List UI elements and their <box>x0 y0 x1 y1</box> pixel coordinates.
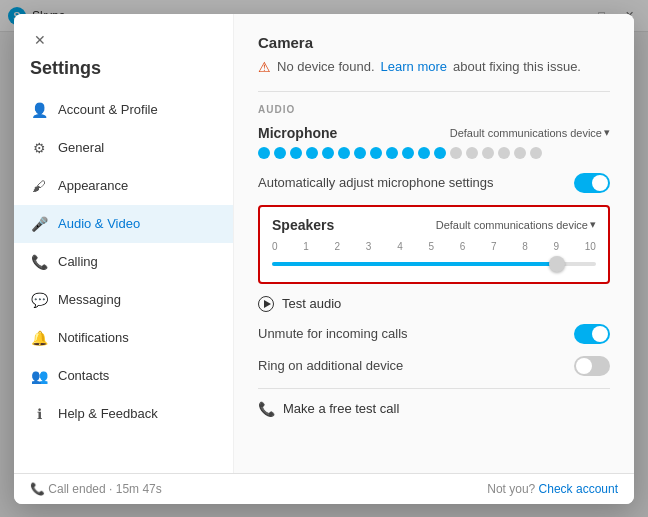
microphone-device-select[interactable]: Default communications device ▾ <box>450 126 610 139</box>
bottom-right: Not you? Check account <box>487 482 618 496</box>
mic-dot-1 <box>258 147 270 159</box>
mic-dot-15 <box>482 147 494 159</box>
learn-more-link[interactable]: Learn more <box>381 59 447 74</box>
unmute-label: Unmute for incoming calls <box>258 326 408 341</box>
no-device-text: No device found. <box>277 59 375 74</box>
microphone-label: Microphone <box>258 125 337 141</box>
check-account-link[interactable]: Check account <box>539 482 618 496</box>
settings-sidebar: ✕ Settings 👤 Account & Profile ⚙ General… <box>14 14 234 473</box>
sidebar-item-label-general: General <box>58 140 104 155</box>
volume-track <box>272 262 596 266</box>
divider-2 <box>258 388 610 389</box>
call-ended-text: 📞 Call ended · 15m 47s <box>30 482 162 496</box>
sidebar-item-label-contacts: Contacts <box>58 368 109 383</box>
mic-dot-3 <box>290 147 302 159</box>
microphone-chevron-icon: ▾ <box>604 126 610 139</box>
volume-slider-container[interactable] <box>272 256 596 272</box>
mic-dot-6 <box>338 147 350 159</box>
play-triangle <box>264 300 271 308</box>
speakers-label: Speakers <box>272 217 334 233</box>
modal-overlay: ✕ Settings 👤 Account & Profile ⚙ General… <box>0 0 648 517</box>
microphone-dots <box>258 147 610 159</box>
sidebar-item-label-messaging: Messaging <box>58 292 121 307</box>
mic-dot-17 <box>514 147 526 159</box>
account-icon: 👤 <box>30 101 48 119</box>
sidebar-item-label-calling: Calling <box>58 254 98 269</box>
sidebar-item-audio-video[interactable]: 🎤 Audio & Video <box>14 205 233 243</box>
mic-dot-13 <box>450 147 462 159</box>
audio-section-label: AUDIO <box>258 104 610 115</box>
speakers-device-name: Default communications device <box>436 219 588 231</box>
camera-title: Camera <box>258 34 610 51</box>
sidebar-item-label-audio-video: Audio & Video <box>58 216 140 231</box>
free-call-row[interactable]: 📞 Make a free test call <box>258 401 610 417</box>
volume-thumb[interactable] <box>549 256 565 272</box>
sidebar-item-label-account: Account & Profile <box>58 102 158 117</box>
general-icon: ⚙ <box>30 139 48 157</box>
free-call-label: Make a free test call <box>283 401 399 416</box>
settings-content: Camera ⚠ No device found. Learn more abo… <box>234 14 634 473</box>
sidebar-item-account[interactable]: 👤 Account & Profile <box>14 91 233 129</box>
microphone-device-name: Default communications device <box>450 127 602 139</box>
microphone-header: Microphone Default communications device… <box>258 125 610 141</box>
mic-dot-5 <box>322 147 334 159</box>
settings-dialog: ✕ Settings 👤 Account & Profile ⚙ General… <box>14 14 634 504</box>
sidebar-item-general[interactable]: ⚙ General <box>14 129 233 167</box>
messaging-icon: 💬 <box>30 291 48 309</box>
close-row: ✕ <box>14 30 233 58</box>
mic-dot-2 <box>274 147 286 159</box>
appearance-icon: 🖌 <box>30 177 48 195</box>
auto-adjust-toggle[interactable] <box>574 173 610 193</box>
volume-fill <box>272 262 557 266</box>
mic-dot-12 <box>434 147 446 159</box>
no-device-suffix: about fixing this issue. <box>453 59 581 74</box>
mic-dot-16 <box>498 147 510 159</box>
dialog-body: ✕ Settings 👤 Account & Profile ⚙ General… <box>14 14 634 473</box>
unmute-row: Unmute for incoming calls <box>258 324 610 344</box>
mic-dot-18 <box>530 147 542 159</box>
microphone-section: Microphone Default communications device… <box>258 125 610 159</box>
auto-adjust-row: Automatically adjust microphone settings <box>258 173 610 193</box>
test-audio-label: Test audio <box>282 296 341 311</box>
speakers-header: Speakers Default communications device ▾ <box>272 217 596 233</box>
bottom-left: 📞 Call ended · 15m 47s <box>30 482 162 496</box>
sidebar-item-appearance[interactable]: 🖌 Appearance <box>14 167 233 205</box>
mic-dot-8 <box>370 147 382 159</box>
dialog-bottom-bar: 📞 Call ended · 15m 47s Not you? Check ac… <box>14 473 634 504</box>
not-you-text: Not you? <box>487 482 535 496</box>
ring-additional-toggle[interactable] <box>574 356 610 376</box>
phone-icon: 📞 <box>258 401 275 417</box>
speakers-chevron-icon: ▾ <box>590 218 596 231</box>
speakers-device-select[interactable]: Default communications device ▾ <box>436 218 596 231</box>
warning-icon: ⚠ <box>258 59 271 75</box>
sidebar-item-label-appearance: Appearance <box>58 178 128 193</box>
mic-dot-7 <box>354 147 366 159</box>
sidebar-item-calling[interactable]: 📞 Calling <box>14 243 233 281</box>
test-audio-row[interactable]: Test audio <box>258 296 610 312</box>
calling-icon: 📞 <box>30 253 48 271</box>
camera-section: Camera ⚠ No device found. Learn more abo… <box>258 34 610 75</box>
mic-dot-10 <box>402 147 414 159</box>
mic-dot-4 <box>306 147 318 159</box>
notifications-icon: 🔔 <box>30 329 48 347</box>
sidebar-item-help[interactable]: ℹ Help & Feedback <box>14 395 233 433</box>
close-settings-button[interactable]: ✕ <box>30 30 50 50</box>
sidebar-item-label-help: Help & Feedback <box>58 406 158 421</box>
no-device-row: ⚠ No device found. Learn more about fixi… <box>258 59 610 75</box>
sidebar-item-contacts[interactable]: 👥 Contacts <box>14 357 233 395</box>
sidebar-item-messaging[interactable]: 💬 Messaging <box>14 281 233 319</box>
mic-dot-11 <box>418 147 430 159</box>
ring-additional-row: Ring on additional device <box>258 356 610 376</box>
contacts-icon: 👥 <box>30 367 48 385</box>
sidebar-item-label-notifications: Notifications <box>58 330 129 345</box>
ring-additional-label: Ring on additional device <box>258 358 403 373</box>
audio-video-icon: 🎤 <box>30 215 48 233</box>
sidebar-item-notifications[interactable]: 🔔 Notifications <box>14 319 233 357</box>
volume-numbers: 0 1 2 3 4 5 6 7 8 9 10 <box>272 241 596 252</box>
unmute-toggle[interactable] <box>574 324 610 344</box>
settings-title: Settings <box>14 58 233 91</box>
divider-1 <box>258 91 610 92</box>
auto-adjust-label: Automatically adjust microphone settings <box>258 175 494 190</box>
mic-dot-9 <box>386 147 398 159</box>
speakers-box: Speakers Default communications device ▾… <box>258 205 610 284</box>
